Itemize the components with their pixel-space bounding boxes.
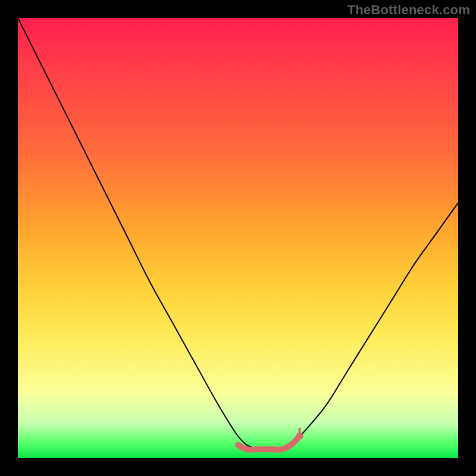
- flat-highlight-path: [238, 436, 300, 450]
- curve-layer: [18, 18, 458, 458]
- plot-area: [18, 18, 458, 458]
- watermark-text: TheBottleneck.com: [347, 2, 470, 18]
- flat-highlight: [238, 428, 303, 450]
- bottleneck-curve-path: [18, 18, 458, 450]
- end-dot-icon: [296, 433, 303, 440]
- bottleneck-curve: [18, 18, 458, 450]
- chart-frame: TheBottleneck.com: [0, 0, 476, 476]
